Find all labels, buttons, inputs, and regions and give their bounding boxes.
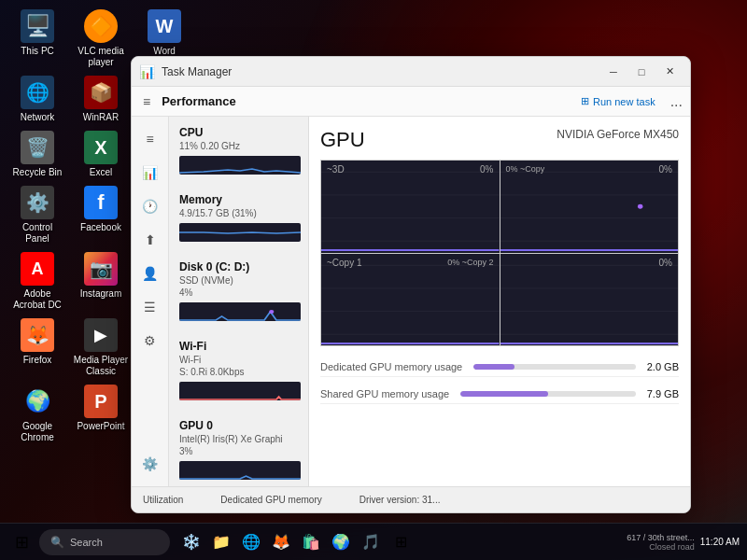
sidebar-item-cpu[interactable]: CPU 11% 0.20 GHz [169,117,308,184]
dedicated-memory-bar [473,364,636,370]
wifi-speed: S: 0.Ri 8.0Kbps [179,367,301,377]
taskbar-icon-edge[interactable]: 🌐 [237,528,265,556]
status-utilization: Utilization [143,495,183,505]
svg-point-9 [637,204,641,209]
nav-users-icon[interactable]: 👤 [135,259,165,288]
shared-memory-bar [460,391,636,397]
graph-copy2-value: 0% [659,258,672,268]
nav-startup-icon[interactable]: ⬆ [135,225,165,255]
graph-copy1-label: ~Copy 1 [327,258,362,268]
driver-version-value: 31... [422,495,440,505]
desktop: 🖥️ This PC 🔶 VLC media player W Word 🌐 N… [0,0,747,560]
taskbar-icon-chrome[interactable]: 🌍 [327,528,355,556]
desktop-icon-this-pc[interactable]: 🖥️ This PC [9,9,65,68]
disk-title: Disk 0 (C: D:) [179,260,301,273]
graph-3d-svg [321,161,500,253]
graph-copy-label: 0% ~Copy [506,164,545,174]
sidebar-item-wifi[interactable]: Wi-Fi Wi-Fi S: 0.Ri 8.0Kbps [169,330,308,410]
winrar-icon: 📦 [84,76,118,109]
taskbar-icon-store[interactable]: 🛍️ [297,528,325,556]
desktop-icon-adobe[interactable]: A Adobe Acrobat DC [9,252,65,311]
nav-history-icon[interactable]: 🕐 [135,191,165,221]
gpu-model: NVIDIA GeForce MX450 [557,128,679,141]
nav-details-icon[interactable]: ☰ [135,292,165,322]
minimize-button[interactable]: ─ [600,62,627,82]
vlc-icon: 🔶 [84,9,118,43]
hamburger-menu-icon[interactable]: ≡ [139,91,154,113]
nav-performance-icon active[interactable]: 📊 [135,158,165,188]
this-pc-icon: 🖥️ [21,9,54,43]
desktop-icon-recycle[interactable]: 🗑️ Recycle Bin [9,131,65,178]
winrar-label: WinRAR [83,112,119,123]
desktop-icon-excel[interactable]: X Excel [73,131,129,178]
memory-mini-graph [179,223,301,242]
taskbar-icon-music[interactable]: 🎵 [357,528,385,556]
adobe-icon: A [21,252,54,286]
desktop-icon-firefox[interactable]: 🦊 Firefox [9,318,65,377]
desktop-icon-network[interactable]: 🌐 Network [9,76,65,123]
tm-content: ≡ 📊 🕐 ⬆ 👤 ☰ ⚙ ⚙️ CPU 11% 0.20 GHz [132,117,690,486]
desktop-icon-powerpoint[interactable]: P PowerPoint [73,385,129,443]
powerpoint-label: PowerPoint [77,421,124,432]
more-options-button[interactable]: ... [670,93,683,110]
taskbar-icon-snowflake[interactable]: ❄️ [177,528,205,556]
sidebar-item-gpu0[interactable]: GPU 0 Intel(R) Iris(R) Xe Graphi 3% [169,410,308,486]
left-nav: ≡ 📊 🕐 ⬆ 👤 ☰ ⚙ ⚙️ [132,117,169,486]
search-box[interactable]: 🔍 Search [39,529,170,555]
gpu0-graph-svg [179,461,301,480]
graph-copy-svg [500,161,679,253]
notification-text: 617 / 30th street... [627,533,695,542]
start-button[interactable]: ⊞ [7,528,35,556]
taskbar-icon-folder[interactable]: 📁 [207,528,235,556]
run-task-icon: ⊞ [581,95,589,107]
disk-mini-graph [179,302,301,321]
chrome-label: Google Chrome [9,421,65,443]
recycle-label: Recycle Bin [13,167,63,178]
maximize-button[interactable]: □ [628,62,655,82]
network-icon: 🌐 [21,76,54,109]
taskbar-icon-firefox[interactable]: 🦊 [267,528,295,556]
desktop-icon-media-player[interactable]: ▶ Media Player Classic [73,318,129,377]
nav-settings-icon[interactable]: ⚙️ [135,449,165,479]
nav-processes-icon[interactable]: ≡ [135,124,165,154]
shared-memory-fill [460,391,548,397]
control-label: Control Panel [9,222,65,245]
desktop-icon-facebook[interactable]: f Facebook [73,186,129,245]
gpu0-pct: 3% [179,446,301,456]
chrome-icon: 🌍 [21,385,54,418]
gpu0-subtitle: Intel(R) Iris(R) Xe Graphi [179,434,301,444]
gpu-title: GPU [320,128,365,152]
graph-copy-value: 0% [659,164,672,175]
close-button[interactable]: ✕ [656,62,683,82]
wifi-title: Wi-Fi [179,340,301,353]
gpu-graph-copy: 0% ~Copy 0% [500,161,679,253]
sidebar-item-memory[interactable]: Memory 4.9/15.7 GB (31%) [169,184,308,251]
sidebar-item-disk[interactable]: Disk 0 (C: D:) SSD (NVMe) 4% [169,251,308,330]
graph-copy2-svg [500,254,679,346]
wifi-mini-graph [179,382,301,400]
sidebar: CPU 11% 0.20 GHz Memory 4.9/15.7 GB (31%… [169,117,309,486]
cpu-title: CPU [179,126,301,139]
desktop-icon-chrome[interactable]: 🌍 Google Chrome [9,385,65,443]
shared-memory-row: Shared GPU memory usage 7.9 GB [320,385,679,404]
desktop-icon-winrar[interactable]: 📦 WinRAR [73,76,129,123]
dedicated-memory-value: 2.0 GB [647,361,679,372]
nav-services-icon[interactable]: ⚙ [135,326,165,356]
instagram-label: Instagram [80,288,121,300]
word-icon: W [148,9,181,43]
memory-subtitle: 4.9/15.7 GB (31%) [179,208,301,218]
graph-3d-label: ~3D [327,164,345,175]
gpu-graph-copy2: 0% [500,254,679,346]
desktop-icon-vlc[interactable]: 🔶 VLC media player [73,9,129,68]
desktop-icon-instagram[interactable]: 📷 Instagram [73,252,129,311]
taskbar-icon-apps[interactable]: ⊞ [387,528,415,556]
taskbar-pinned-icons: ❄️ 📁 🌐 🦊 🛍️ 🌍 🎵 ⊞ [177,528,415,556]
wifi-subtitle: Wi-Fi [179,355,301,365]
run-new-task-button[interactable]: ⊞ Run new task [573,91,663,111]
dedicated-memory-label: Dedicated GPU memory usage [320,361,462,372]
taskbar-right-area: 617 / 30th street... Closed road 11:20 A… [627,533,740,552]
gpu-graph-3d: ~3D 0% [321,161,500,253]
gpu-detail-panel: GPU NVIDIA GeForce MX450 ~3D 0% [309,117,690,486]
status-driver: Driver version: 31... [359,495,441,505]
desktop-icon-control[interactable]: ⚙️ Control Panel [9,186,65,245]
